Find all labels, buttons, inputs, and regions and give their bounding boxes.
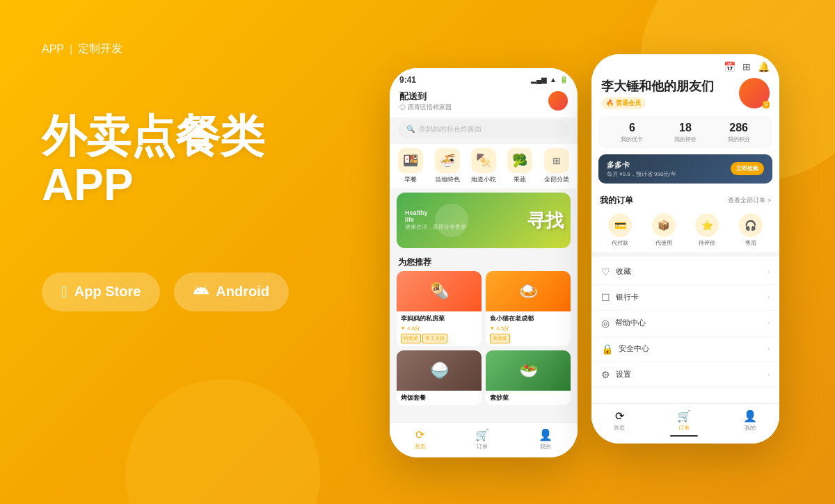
p2-nav-profile[interactable]: 👤 我的 xyxy=(743,409,757,437)
p1-food-tags-1: 特惠菜 李工天接 xyxy=(401,334,477,343)
p2-menu-settings[interactable]: ⚙ 设置 › xyxy=(591,362,779,388)
p1-nav-label-profile: 我的 xyxy=(540,443,551,450)
p2-stat-points: 286 我的积分 xyxy=(728,122,750,143)
p2-stat-reviews: 18 我的评价 xyxy=(674,122,697,143)
p2-stat-label-reviews: 我的评价 xyxy=(674,136,697,143)
p2-menu-favorites-left: ♡ 收藏 xyxy=(601,266,631,277)
p1-food-info-3: 烤饭套餐 xyxy=(397,391,482,405)
p2-menu-security[interactable]: 🔒 安全中心 › xyxy=(591,336,779,362)
p1-food-name-4: 素炒菜 xyxy=(490,393,566,403)
p1-cat-icon-all: ⊞ xyxy=(544,148,569,173)
p1-food-info-4: 素炒菜 xyxy=(486,391,571,405)
p1-food-card-1[interactable]: 🌯 李妈妈的私房菜 ★ 4.6分 特惠菜 李工天接 xyxy=(397,271,482,346)
hero-title-line2: APP xyxy=(42,161,334,209)
p2-member-icon: 🔥 xyxy=(606,99,614,106)
p1-cat-breakfast[interactable]: 🍱 早餐 xyxy=(398,148,423,184)
hero-title-line1: 外卖点餐类 xyxy=(42,112,334,161)
p2-order-service-label: 售后 xyxy=(745,239,756,247)
p2-menu-security-arrow: › xyxy=(768,345,770,352)
top-label: APP | 定制开发 xyxy=(42,42,334,56)
p1-delivery-title: 配送到 xyxy=(399,90,452,103)
p2-nav-home[interactable]: ⟳ 首页 xyxy=(614,409,625,437)
p2-orders-title: 我的订单 xyxy=(600,195,633,206)
p1-food-meta-1: ★ 4.6分 xyxy=(401,325,477,332)
app-store-button[interactable]:  App Store xyxy=(42,273,160,311)
store-buttons:  App Store Android xyxy=(42,273,334,311)
p1-nav-cart[interactable]: 🛒 订单 xyxy=(475,428,489,450)
p1-banner: Healthylife 健康生活，美用分享世界 寻找 xyxy=(397,193,571,248)
p2-menu-bank[interactable]: ☐ 银行卡 › xyxy=(591,285,779,311)
p2-nav-icon-home: ⟳ xyxy=(615,409,624,423)
p2-menu-settings-left: ⚙ 设置 xyxy=(601,369,631,380)
android-icon xyxy=(193,282,209,302)
p1-banner-circle xyxy=(435,204,468,237)
p1-avatar xyxy=(548,91,568,111)
p2-stat-cards: 6 我的优卡 xyxy=(621,122,643,143)
p2-nav-label-orders: 订单 xyxy=(678,424,690,432)
p2-vip-button[interactable]: 立即抢购 xyxy=(731,162,764,175)
p1-food-card-2[interactable]: 🍛 鱼小猫在老成都 ★ 4.5分 美团菜 xyxy=(486,271,571,346)
p2-order-service[interactable]: 🎧 售后 xyxy=(739,213,763,247)
p2-orders-more[interactable]: 查看全部订单 > xyxy=(728,196,771,205)
p2-menu-favorites[interactable]: ♡ 收藏 › xyxy=(591,259,779,285)
p2-order-use[interactable]: 📦 代使用 xyxy=(652,213,676,247)
p2-calendar-icon: 📅 xyxy=(724,61,735,72)
p1-tag-2a: 美团菜 xyxy=(490,334,510,343)
p1-food-img-3: 🍚 xyxy=(397,350,482,391)
p1-food-info-2: 鱼小猫在老成都 ★ 4.5分 美团菜 xyxy=(486,311,571,346)
p1-cat-label-produce: 果蔬 xyxy=(514,175,526,184)
p1-food-card-3[interactable]: 🍚 烤饭套餐 xyxy=(397,350,482,405)
battery-icon: 🔋 xyxy=(559,76,568,83)
p1-food-star-2: ★ xyxy=(490,325,494,331)
p1-cat-label-all: 全部分类 xyxy=(544,175,569,184)
p2-heart-icon: ♡ xyxy=(601,266,610,277)
p1-status-icons: ▂▄▆ ▲ 🔋 xyxy=(531,76,568,83)
p1-cat-icon-breakfast: 🍱 xyxy=(398,148,423,173)
p2-order-use-label: 代使用 xyxy=(655,239,672,247)
p1-nav-profile[interactable]: 👤 我的 xyxy=(539,428,552,450)
p1-food-card-4[interactable]: 🥗 素炒菜 xyxy=(486,350,571,405)
p1-nav-label-home: 首页 xyxy=(415,443,426,450)
p2-grid-icon: ⊞ xyxy=(742,61,751,72)
p1-food-img-4: 🥗 xyxy=(486,350,571,391)
p2-order-service-circle: 🎧 xyxy=(739,213,763,237)
p1-search-bar[interactable]: 🔍 李妈妈的特色炸酱面 xyxy=(398,120,569,138)
phone-1-notch xyxy=(452,68,515,86)
p1-header: 配送到 ◎ 西青区悟祥家园 xyxy=(390,88,578,117)
p1-food-star-1: ★ xyxy=(401,325,405,331)
p2-menu-bank-arrow: › xyxy=(768,293,770,301)
p1-nav-icon-home: ⟳ xyxy=(415,428,424,441)
p1-food-grid: 🌯 李妈妈的私房菜 ★ 4.6分 特惠菜 李工天接 xyxy=(390,271,578,346)
p1-cat-snacks[interactable]: 🍢 地道小吃 xyxy=(471,148,496,184)
p2-menu-bank-left: ☐ 银行卡 xyxy=(601,292,639,303)
p2-nav-orders[interactable]: 🛒 订单 xyxy=(670,409,698,437)
wifi-icon: ▲ xyxy=(550,76,557,83)
p2-order-payment[interactable]: 💳 代付款 xyxy=(608,213,632,247)
phones-container: 9:41 ▂▄▆ ▲ 🔋 配送到 ◎ 西青区悟祥家园 🔍 李妈妈的特色炸酱面 xyxy=(334,0,835,504)
p1-food-img-1: 🌯 xyxy=(397,271,482,311)
p2-order-review[interactable]: ⭐ 待评价 xyxy=(695,213,719,247)
p1-food-img-2: 🍛 xyxy=(486,271,571,311)
p2-stat-label-points: 我的积分 xyxy=(728,136,750,143)
p2-menu-help[interactable]: ◎ 帮助中心 › xyxy=(591,311,779,336)
p2-nav-label-profile: 我的 xyxy=(745,424,756,432)
p2-stat-num-points: 286 xyxy=(729,122,748,134)
p1-food-tags-2: 美团菜 xyxy=(490,334,566,343)
p1-banner-main-text: 寻找 xyxy=(527,208,564,232)
phone-1: 9:41 ▂▄▆ ▲ 🔋 配送到 ◎ 西青区悟祥家园 🔍 李妈妈的特色炸酱面 xyxy=(390,68,578,457)
label-app: APP xyxy=(42,43,64,56)
p1-cat-produce[interactable]: 🥦 果蔬 xyxy=(507,148,532,184)
p2-menu-favorites-text: 收藏 xyxy=(616,266,631,277)
p1-delivery-address: ◎ 西青区悟祥家园 xyxy=(399,103,452,112)
p2-gear-icon: ⚙ xyxy=(601,369,610,380)
p1-cat-all[interactable]: ⊞ 全部分类 xyxy=(544,148,569,184)
android-button[interactable]: Android xyxy=(174,273,289,311)
p2-menu-settings-text: 设置 xyxy=(616,369,631,380)
p1-cat-icon-local: 🍜 xyxy=(435,148,460,173)
p1-nav-home[interactable]: ⟳ 首页 xyxy=(415,428,426,450)
p2-lock-icon: 🔒 xyxy=(601,343,613,355)
p2-menu-bank-text: 银行卡 xyxy=(616,292,639,302)
p1-cat-icon-snacks: 🍢 xyxy=(471,148,496,173)
p1-cat-local[interactable]: 🍜 当地特色 xyxy=(435,148,460,184)
signal-icon: ▂▄▆ xyxy=(531,76,547,83)
